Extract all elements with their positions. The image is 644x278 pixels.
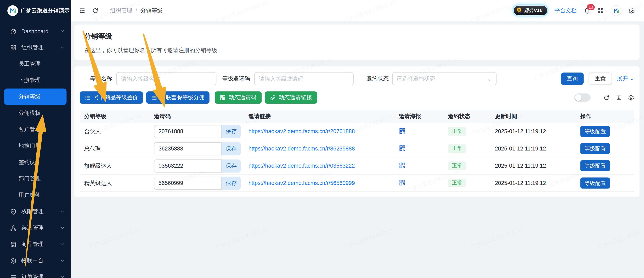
sidebar-item-org-management[interactable]: 组织管理 <box>0 39 70 56</box>
platform-docs-link[interactable]: 平台文档 <box>554 7 577 14</box>
sidebar-item-customer-management[interactable]: 客户管理 <box>4 121 67 138</box>
sidebar-item-label: Dashboard <box>21 28 60 34</box>
column-header: 邀请码 <box>150 113 244 120</box>
sidebar-item-department-management[interactable]: 部门管理 <box>4 170 67 187</box>
vip-badge[interactable]: 超会V10 <box>514 5 548 15</box>
button-label: 号卡商品等级差价 <box>94 94 138 101</box>
sidebar-item-label: 组织管理 <box>21 44 60 51</box>
notification-count-badge: 13 <box>586 4 595 11</box>
save-button[interactable]: 保存 <box>222 125 240 138</box>
invite-poster-qr-icon[interactable] <box>399 144 406 151</box>
invite-link[interactable]: https://haokav2.demo.facms.cn/r/03563222 <box>248 163 355 169</box>
dynamic-invite-qr-button[interactable]: 动态邀请码 <box>215 91 262 104</box>
collapse-sidebar-icon[interactable] <box>79 7 85 14</box>
invite-link[interactable]: https://haokav2.demo.facms.cn/r/56560999 <box>248 180 355 186</box>
updated-time: 2025-01-12 11:19:12 <box>490 180 576 186</box>
chevron-down-icon <box>60 275 65 278</box>
level-table: 分销等级 邀请码 邀请链接 邀请海报 邀约状态 更新时间 操作 合伙人 保存 <box>80 110 634 192</box>
level-name-label: 等级名称 <box>90 75 112 82</box>
sidebar-item-user-tags[interactable]: 用户标签 <box>4 187 67 203</box>
save-button[interactable]: 保存 <box>222 159 240 172</box>
notifications-button[interactable]: 13 <box>584 7 590 14</box>
cube-icon <box>10 257 17 264</box>
save-button[interactable]: 保存 <box>222 176 240 190</box>
settings-gear-icon[interactable] <box>628 7 635 14</box>
table-row: 合伙人 保存 https://haokav2.demo.facms.cn/r/2… <box>80 123 634 140</box>
table-row: 精英级达人 保存 https://haokav2.demo.facms.cn/r… <box>80 175 634 192</box>
sidebar-item-iot-platform[interactable]: 物联中台 <box>0 253 70 269</box>
level-config-button[interactable]: 等级配置 <box>580 178 610 189</box>
column-header: 邀请链接 <box>244 113 394 120</box>
invite-poster-qr-icon[interactable] <box>399 127 406 134</box>
invite-poster-qr-icon[interactable] <box>399 179 406 186</box>
column-header: 邀约状态 <box>444 113 490 120</box>
sidebar-item-label: 商品管理 <box>21 241 60 248</box>
sidebar-item-label: 订单管理 <box>21 273 60 278</box>
page-header-card: 分销等级 在这里，你可以管理你名下所有可邀请注册的分销等级 <box>74 24 640 60</box>
reset-button[interactable]: 重置 <box>588 73 612 85</box>
button-label: 动态邀请链接 <box>279 94 312 101</box>
column-settings-gear-icon[interactable] <box>628 94 634 101</box>
sidebar-item-sign-certification[interactable]: 签约认证 <box>4 154 67 170</box>
sidebar-item-distribution-level[interactable]: 分销等级 <box>4 89 67 105</box>
save-button[interactable]: 保存 <box>222 142 240 155</box>
invite-code-edit-input[interactable] <box>154 125 222 138</box>
sidebar-item-employee-management[interactable]: 员工管理 <box>4 56 67 72</box>
dynamic-invite-link-button[interactable]: 动态邀请链接 <box>265 91 317 104</box>
sidebar-item-downstream-management[interactable]: 下游管理 <box>4 72 67 89</box>
sidebar-subitem-label: 员工管理 <box>18 60 41 68</box>
topbar: 组织管理 / 分销等级 超会V10 平台文档 13 <box>70 0 644 21</box>
sidebar-item-permission-management[interactable]: 权限管理 <box>0 203 70 220</box>
button-label: 动态邀请码 <box>229 94 256 101</box>
level-table-card: 等级名称 等级邀请码 邀约状态 请选择邀约状态 查询 重置 展开 <box>74 66 640 197</box>
chevron-down-icon <box>60 225 65 230</box>
table-row: 旗舰级达人 保存 https://haokav2.demo.facms.cn/r… <box>80 157 634 174</box>
chevron-down-icon <box>60 209 65 214</box>
sidebar-item-ground-promotion-store[interactable]: 地推门店 <box>4 138 67 154</box>
invite-code-edit-input[interactable] <box>154 142 222 155</box>
level-config-button[interactable]: 等级配置 <box>580 143 610 154</box>
row-height-icon[interactable] <box>616 94 622 101</box>
invite-code-input[interactable] <box>254 72 354 85</box>
refresh-page-icon[interactable] <box>92 7 98 14</box>
table-toolbar: 号卡商品等级差价 物联套餐等级分佣 动态邀请码 动态邀请链接 <box>80 91 634 104</box>
expand-filters-link[interactable]: 展开 <box>617 75 634 82</box>
sidebar-item-commission-template[interactable]: 分佣模板 <box>4 105 67 121</box>
sidebar-item-product-management[interactable]: 商品管理 <box>0 236 70 253</box>
bullet-list-icon <box>151 94 157 101</box>
invite-link[interactable]: https://haokav2.demo.facms.cn/r/36235888 <box>248 145 355 152</box>
divider <box>597 95 597 100</box>
level-name: 总代理 <box>80 145 150 152</box>
level-name-input[interactable] <box>116 72 216 85</box>
invite-status-placeholder: 请选择邀约状态 <box>396 75 435 82</box>
updated-time: 2025-01-12 11:19:12 <box>490 163 576 169</box>
invite-poster-qr-icon[interactable] <box>399 162 406 169</box>
level-config-button[interactable]: 等级配置 <box>580 126 610 137</box>
chevron-down-icon <box>60 29 65 34</box>
invite-status-label: 邀约状态 <box>367 75 389 82</box>
status-badge: 正常 <box>448 179 466 187</box>
shield-check-icon <box>10 208 17 215</box>
invite-code-edit-input[interactable] <box>154 159 222 172</box>
table-header-row: 分销等级 邀请码 邀请链接 邀请海报 邀约状态 更新时间 操作 <box>80 110 634 123</box>
chevron-down-icon <box>60 258 65 263</box>
level-config-button[interactable]: 等级配置 <box>580 160 610 171</box>
invite-code-edit-input[interactable] <box>154 176 222 190</box>
column-header: 分销等级 <box>80 113 150 120</box>
medal-icon <box>516 7 523 14</box>
avatar[interactable] <box>611 5 621 16</box>
invite-code-cell: 保存 <box>150 142 244 155</box>
invite-link[interactable]: https://haokav2.demo.facms.cn/r/20761888 <box>248 128 355 135</box>
card-product-level-diff-button[interactable]: 号卡商品等级差价 <box>80 91 143 104</box>
sidebar-item-order-management[interactable]: 订单管理 <box>0 269 70 278</box>
invite-status-select[interactable]: 请选择邀约状态 <box>392 72 496 85</box>
list-icon <box>10 274 17 278</box>
breadcrumb-parent[interactable]: 组织管理 <box>110 7 132 14</box>
search-button[interactable]: 查询 <box>561 73 584 85</box>
iot-package-commission-button[interactable]: 物联套餐等级分佣 <box>146 91 209 104</box>
reload-table-icon[interactable] <box>603 94 610 101</box>
sidebar-item-channel-management[interactable]: 渠道管理 <box>0 220 70 236</box>
sidebar-item-dashboard[interactable]: Dashboard <box>0 23 70 39</box>
fullscreen-icon[interactable] <box>598 7 604 13</box>
toggle-switch[interactable] <box>574 93 590 102</box>
